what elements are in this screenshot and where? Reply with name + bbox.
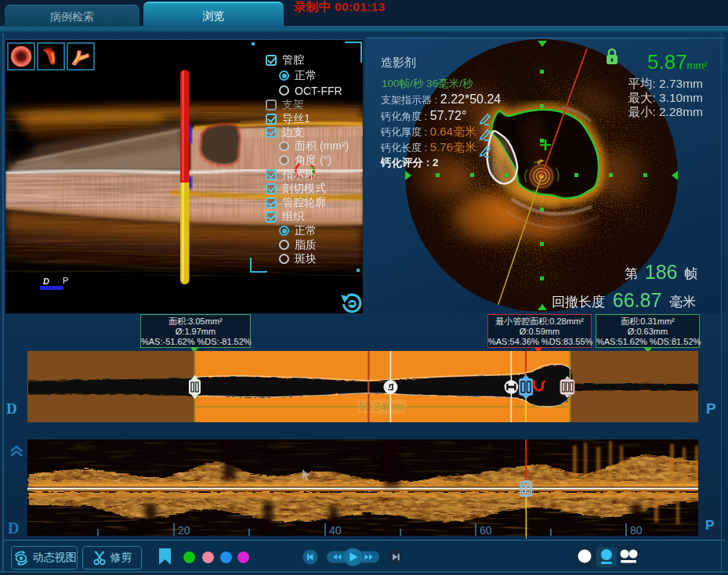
svg-text:50.24mm: 50.24mm bbox=[359, 400, 404, 413]
svg-text:80: 80 bbox=[630, 524, 643, 536]
svg-text:40: 40 bbox=[329, 524, 342, 536]
svg-text:D: D bbox=[43, 277, 49, 286]
svg-text:60: 60 bbox=[480, 524, 492, 536]
svg-text:20: 20 bbox=[178, 524, 190, 536]
svg-text:P: P bbox=[63, 276, 68, 285]
